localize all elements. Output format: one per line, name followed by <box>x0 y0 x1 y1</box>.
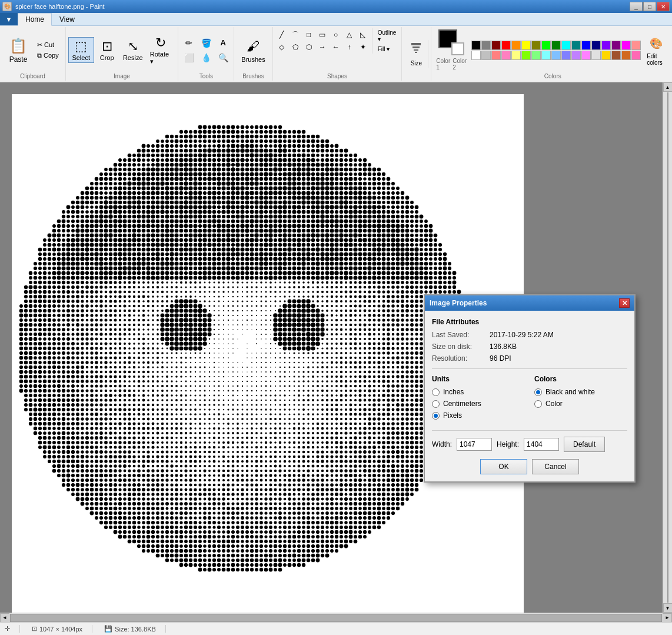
shape-curve[interactable]: ⌒ <box>289 29 302 41</box>
svg-rect-2 <box>414 49 418 51</box>
pixels-radio[interactable]: Pixels <box>432 411 525 420</box>
maximize-button[interactable]: □ <box>643 2 656 11</box>
default-button[interactable]: Default <box>564 437 605 452</box>
size-group: Size <box>402 27 431 81</box>
shape-ellipse[interactable]: ○ <box>330 29 342 41</box>
copy-button[interactable]: ⧉ Copy <box>34 51 62 61</box>
pencil-tool[interactable]: ✏ <box>181 36 197 50</box>
shape-diamond[interactable]: ◇ <box>275 41 288 53</box>
rotate-button[interactable]: ↻ Rotate ▾ <box>146 34 176 67</box>
color-lightmagenta[interactable] <box>581 51 591 60</box>
shape-arrow-up[interactable]: ↑ <box>343 41 356 53</box>
cancel-button[interactable]: Cancel <box>532 459 579 474</box>
paint-menu-button[interactable]: ▼ <box>0 13 18 25</box>
color-purple2[interactable] <box>601 41 611 50</box>
color2-swatch[interactable] <box>451 42 464 55</box>
minimize-button[interactable]: _ <box>630 2 643 11</box>
paste-label: Paste <box>9 55 28 64</box>
color-white[interactable] <box>471 51 481 60</box>
shape-rounded-rect[interactable]: ▭ <box>316 29 329 41</box>
centimeters-radio[interactable]: Centimeters <box>432 400 525 408</box>
shape-triangle[interactable]: △ <box>343 29 356 41</box>
color-lime[interactable] <box>541 41 551 50</box>
color-row-1 <box>471 41 641 50</box>
text-tool[interactable]: A <box>215 36 231 50</box>
shape-line[interactable]: ╱ <box>275 29 288 41</box>
width-input[interactable] <box>457 438 492 451</box>
magnifier-tool[interactable]: 🔍 <box>215 51 231 65</box>
fill-tool[interactable]: 🪣 <box>198 36 214 50</box>
cut-icon: ✂ <box>37 41 42 49</box>
tab-view[interactable]: View <box>52 13 82 25</box>
color-lightpurple[interactable] <box>561 51 571 60</box>
color-lavender[interactable] <box>571 51 581 60</box>
color-picker-tool[interactable]: 💧 <box>198 51 214 65</box>
color-green[interactable] <box>551 41 561 50</box>
color-lightcyan[interactable] <box>541 51 551 60</box>
ok-button[interactable]: OK <box>480 459 527 474</box>
black-white-radio[interactable]: Black and white <box>534 388 627 396</box>
color-darkred[interactable] <box>491 41 501 50</box>
color-cyan[interactable] <box>561 41 571 50</box>
scroll-thumb-h[interactable] <box>10 614 662 622</box>
eraser-tool[interactable]: ⬜ <box>181 51 197 65</box>
color-yellow[interactable] <box>521 41 531 50</box>
color-black[interactable] <box>471 41 481 50</box>
height-input[interactable] <box>524 438 559 451</box>
color-lightblue[interactable] <box>551 51 561 60</box>
shape-rect[interactable]: □ <box>302 29 315 41</box>
color-sienna[interactable] <box>611 51 621 60</box>
scroll-right-button[interactable]: ► <box>663 613 672 623</box>
color-row-2 <box>471 51 641 60</box>
inches-radio[interactable]: Inches <box>432 388 525 396</box>
horizontal-scrollbar[interactable]: ◄ ► <box>0 613 672 622</box>
image-properties-dialog: Image Properties ✕ File Attributes Last … <box>424 294 636 483</box>
pixels-label: Pixels <box>443 411 462 420</box>
edit-colors-button[interactable]: 🎨 Edit colors <box>643 33 669 67</box>
crop-button[interactable]: ⊡ Crop <box>94 37 120 63</box>
color-navy[interactable] <box>591 41 601 50</box>
close-button[interactable]: ✕ <box>657 2 670 11</box>
color-purple[interactable] <box>611 41 621 50</box>
shape-arrow-left[interactable]: ← <box>330 41 342 53</box>
color-teal[interactable] <box>571 41 581 50</box>
outline-dropdown[interactable]: Outline ▾ <box>375 28 400 44</box>
title-bar-controls[interactable]: _ □ ✕ <box>630 2 670 11</box>
paste-button[interactable]: 📋 Paste <box>4 35 33 65</box>
color-orange[interactable] <box>511 41 521 50</box>
scroll-left-button[interactable]: ◄ <box>0 613 9 623</box>
shape-hexagon[interactable]: ⬡ <box>302 41 315 53</box>
color-magenta[interactable] <box>621 41 631 50</box>
ribbon-tabs: ▼ Home View <box>0 13 672 26</box>
shapes-label: Shapes <box>327 73 347 79</box>
color-chocolate[interactable] <box>621 51 631 60</box>
shape-arrow-right[interactable]: → <box>316 41 329 53</box>
clipboard-group: 📋 Paste ✂ Cut ⧉ Copy Clipboar <box>0 27 66 81</box>
shape-pentagon[interactable]: ⬠ <box>289 41 302 53</box>
color-blue[interactable] <box>581 41 591 50</box>
cut-button[interactable]: ✂ Cut <box>34 40 62 50</box>
color-gold[interactable] <box>601 51 611 60</box>
color-chartreuse[interactable] <box>521 51 531 60</box>
select-button[interactable]: ⬚ Select <box>68 37 94 63</box>
color-deeppink[interactable] <box>631 51 641 60</box>
color-lightyellow[interactable] <box>511 51 521 60</box>
tab-home[interactable]: Home <box>18 13 52 26</box>
shape-star4[interactable]: ✦ <box>357 41 370 53</box>
dialog-close-button[interactable]: ✕ <box>619 298 630 308</box>
color-olive[interactable] <box>531 41 541 50</box>
color-silver[interactable] <box>481 51 491 60</box>
dialog-divider-2 <box>432 430 627 431</box>
color-lightgreen[interactable] <box>531 51 541 60</box>
fill-dropdown[interactable]: Fill ▾ <box>375 45 400 54</box>
color-lightgray[interactable] <box>591 51 601 60</box>
resize-button[interactable]: ⤡ Resize <box>120 37 146 63</box>
brushes-button[interactable]: 🖌 Brushes <box>237 35 270 65</box>
color-hotpink[interactable] <box>501 51 511 60</box>
shape-right-triangle[interactable]: ◺ <box>357 29 370 41</box>
color-pink[interactable] <box>631 41 641 50</box>
color-red[interactable] <box>501 41 511 50</box>
color-lightred[interactable] <box>491 51 501 60</box>
color-radio[interactable]: Color <box>534 400 627 408</box>
color-gray[interactable] <box>481 41 491 50</box>
